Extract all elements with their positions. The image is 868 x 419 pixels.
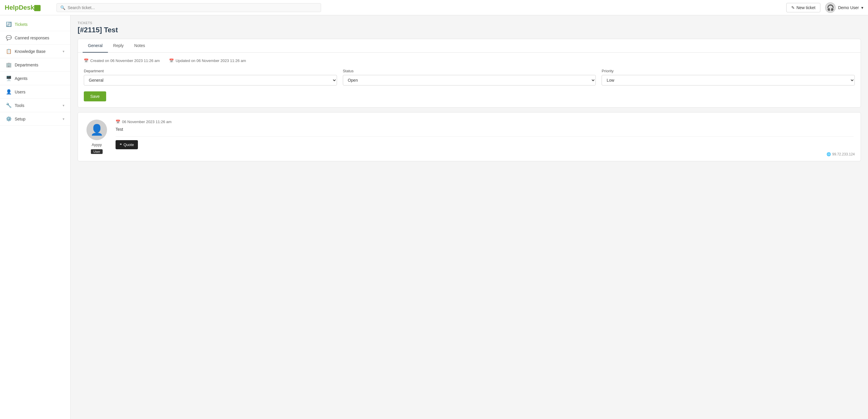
logo: HelpDeskZ	[5, 4, 52, 11]
quote-icon: ❝	[120, 142, 122, 147]
sidebar-item-setup[interactable]: ⚙️ Setup ▾	[0, 112, 70, 126]
layout: 🔄 Tickets 💬 Canned responses 📋 Knowledge…	[0, 15, 868, 419]
message-card: 👤 Ayyyy User 📅 06 November 2023 11:26 am…	[78, 112, 861, 161]
message-timestamp: 06 November 2023 11:26 am	[122, 120, 172, 124]
tickets-icon: 🔄	[6, 22, 12, 27]
tab-reply[interactable]: Reply	[108, 39, 129, 53]
sidebar-item-label: Knowledge Base	[15, 49, 45, 54]
fields-row: Department General Support Billing Techn…	[84, 69, 855, 86]
search-icon: 🔍	[60, 5, 65, 10]
sidebar-item-users[interactable]: 👤 Users	[0, 85, 70, 99]
message-avatar: 👤 Ayyyy User	[85, 120, 108, 154]
tab-notes[interactable]: Notes	[129, 39, 151, 53]
user-avatar: 👤	[87, 120, 107, 140]
chevron-down-icon: ▾	[63, 50, 64, 54]
status-select[interactable]: Open Closed Pending	[343, 75, 596, 86]
sidebar-item-label: Tools	[15, 103, 24, 108]
canned-responses-icon: 💬	[6, 35, 12, 40]
user-role-badge: User	[91, 149, 102, 154]
logo-help: HelpDesk	[5, 4, 34, 11]
updated-label: Updated on 06 November 2023 11:26 am	[176, 59, 246, 63]
department-field: Department General Support Billing Techn…	[84, 69, 337, 86]
globe-icon: 🌐	[827, 152, 831, 156]
sidebar-item-tools[interactable]: 🔧 Tools ▾	[0, 99, 70, 112]
quote-button[interactable]: ❝ Quote	[116, 140, 138, 149]
logo-box: Z	[34, 5, 40, 11]
users-icon: 👤	[6, 89, 12, 95]
department-select[interactable]: General Support Billing Technical	[84, 75, 337, 86]
tools-icon: 🔧	[6, 102, 12, 108]
user-name: Demo User	[838, 5, 859, 10]
sidebar-item-tickets[interactable]: 🔄 Tickets	[0, 18, 70, 31]
setup-icon: ⚙️	[6, 116, 12, 122]
page-title: [#2115] Test	[78, 26, 861, 34]
created-label: Created on 06 November 2023 11:26 am	[90, 59, 160, 63]
breadcrumb: TICKETS	[78, 21, 861, 25]
message-time: 📅 06 November 2023 11:26 am	[116, 120, 854, 124]
updated-meta: 📅 Updated on 06 November 2023 11:26 am	[169, 59, 246, 63]
status-label: Status	[343, 69, 596, 73]
message-text: Test	[116, 127, 854, 132]
sidebar-item-agents[interactable]: 🖥️ Agents	[0, 72, 70, 85]
sidebar-item-canned-responses[interactable]: 💬 Canned responses	[0, 31, 70, 45]
tabs: General Reply Notes	[78, 39, 861, 53]
sidebar-item-label: Departments	[15, 63, 38, 67]
avatar: 🎧	[825, 2, 836, 13]
priority-select[interactable]: Low Medium High Urgent	[601, 75, 855, 86]
sidebar: 🔄 Tickets 💬 Canned responses 📋 Knowledge…	[0, 15, 70, 419]
message-body: 📅 06 November 2023 11:26 am Test ❝ Quote	[116, 120, 854, 154]
quote-label: Quote	[124, 142, 134, 147]
calendar-icon: 📅	[84, 59, 89, 63]
ticket-card: General Reply Notes 📅 Created on 06 Nove…	[78, 39, 861, 107]
priority-label: Priority	[601, 69, 855, 73]
priority-field: Priority Low Medium High Urgent	[601, 69, 855, 86]
status-field: Status Open Closed Pending	[343, 69, 596, 86]
ip-value: 99.72.233.124	[832, 152, 855, 156]
calendar-icon: 📅	[169, 59, 174, 63]
user-name: Ayyyy	[92, 142, 102, 147]
main-content: TICKETS [#2115] Test General Reply Notes…	[70, 15, 868, 419]
search-area: 🔍	[57, 3, 321, 12]
card-body: 📅 Created on 06 November 2023 11:26 am 📅…	[78, 53, 861, 107]
header-right: ✎ New ticket 🎧 Demo User ▾	[786, 2, 863, 13]
new-ticket-label: New ticket	[797, 5, 816, 10]
user-menu[interactable]: 🎧 Demo User ▾	[825, 2, 863, 13]
sidebar-item-label: Tickets	[15, 22, 28, 27]
new-ticket-icon: ✎	[791, 5, 795, 10]
new-ticket-button[interactable]: ✎ New ticket	[786, 3, 821, 12]
calendar-icon: 📅	[116, 120, 120, 124]
save-button[interactable]: Save	[84, 91, 106, 101]
logo-text: HelpDeskZ	[5, 4, 40, 11]
agents-icon: 🖥️	[6, 75, 12, 81]
departments-icon: 🏢	[6, 62, 12, 68]
sidebar-item-knowledge-base[interactable]: 📋 Knowledge Base ▾	[0, 45, 70, 58]
tab-general[interactable]: General	[83, 39, 108, 53]
sidebar-item-departments[interactable]: 🏢 Departments	[0, 58, 70, 72]
department-label: Department	[84, 69, 337, 73]
sidebar-item-label: Canned responses	[15, 36, 50, 40]
knowledge-base-icon: 📋	[6, 49, 12, 54]
top-header: HelpDeskZ 🔍 ✎ New ticket 🎧 Demo User ▾	[0, 0, 868, 15]
ip-address: 🌐 99.72.233.124	[827, 152, 855, 156]
chevron-down-icon: ▾	[63, 117, 64, 121]
chevron-down-icon: ▾	[861, 5, 863, 10]
chevron-down-icon: ▾	[63, 103, 64, 107]
sidebar-item-label: Users	[15, 90, 26, 94]
meta-row: 📅 Created on 06 November 2023 11:26 am 📅…	[84, 59, 855, 63]
search-input[interactable]	[68, 5, 317, 10]
created-meta: 📅 Created on 06 November 2023 11:26 am	[84, 59, 160, 63]
sidebar-item-label: Setup	[15, 117, 26, 121]
sidebar-item-label: Agents	[15, 76, 28, 81]
message-divider	[116, 136, 854, 137]
